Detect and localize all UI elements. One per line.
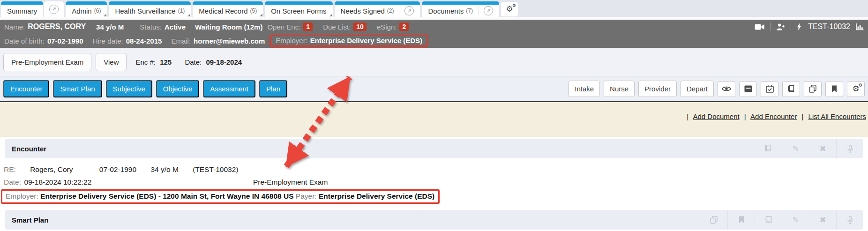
status-label: Status: — [140, 23, 162, 31]
encounter-info: Enc #: 125 Date: 09-18-2024 — [135, 58, 253, 66]
encounter-datetime: 09-18-2024 10:22:22 — [24, 178, 91, 186]
view-button[interactable]: View — [96, 53, 127, 71]
smart-plan-dictate-button[interactable] — [836, 210, 863, 230]
patient-status: Active — [165, 23, 186, 31]
encounter-book-button[interactable] — [755, 139, 782, 158]
video-camera-icon — [755, 24, 764, 30]
link-separator: | — [744, 112, 746, 120]
tab-admin-label: Admin — [72, 7, 92, 15]
tab-documents-label: Documents — [428, 7, 464, 15]
email-label: Email: — [171, 37, 191, 45]
visibility-button[interactable] — [718, 81, 735, 97]
bookmark-button[interactable] — [825, 81, 843, 97]
section-nav-row: Encounter Smart Plan Subjective Objectiv… — [0, 76, 868, 102]
hire-date-label: Hire date: — [93, 37, 123, 45]
enc-date-label: Date: — [185, 58, 202, 66]
patient-header: Name: ROGERS, CORY 34 y/o M Status: Acti… — [0, 20, 868, 48]
intake-button[interactable]: Intake — [569, 81, 600, 97]
nav-smart-plan-button[interactable]: Smart Plan — [53, 80, 102, 97]
tab-medical-record[interactable]: Medical Record (5) — [193, 1, 263, 17]
copy-button[interactable] — [804, 81, 822, 97]
dob-value: 07-02-1990 — [47, 37, 83, 45]
chart-book-button[interactable] — [782, 81, 800, 97]
archive-box-icon — [744, 85, 752, 92]
needs-signed-open-in-new-button[interactable]: ↗ — [399, 6, 414, 15]
email-value: horner@mieweb.com — [194, 37, 265, 45]
smart-plan-copy-button[interactable] — [700, 210, 727, 230]
archive-button[interactable] — [739, 81, 757, 97]
re-dob: 07-02-1990 — [99, 165, 136, 173]
esign-badge[interactable]: 2 — [399, 22, 409, 31]
settings-button[interactable]: ⚙⚙ — [847, 81, 865, 97]
nurse-button[interactable]: Nurse — [604, 81, 635, 97]
documents-open-in-new-button[interactable]: ↗ — [478, 6, 493, 15]
bookmark-icon — [739, 216, 744, 224]
due-list-badge[interactable]: 10 — [353, 22, 367, 31]
nav-plan-button[interactable]: Plan — [259, 80, 287, 97]
encounter-dictate-button[interactable] — [836, 139, 863, 158]
tab-admin[interactable]: Admin (6) — [66, 1, 107, 17]
smart-plan-bookmark-button[interactable] — [727, 210, 755, 230]
tab-settings-button[interactable]: ⚙⚙ — [501, 2, 518, 16]
nav-objective-button[interactable]: Objective — [156, 80, 200, 97]
add-encounter-link[interactable]: Add Encounter — [750, 112, 797, 120]
dob-label: Date of birth: — [4, 37, 45, 45]
nav-encounter-button[interactable]: Encounter — [3, 80, 49, 97]
tab-summary[interactable]: Summary — [1, 1, 43, 17]
lightning-icon — [797, 23, 801, 30]
smart-plan-header-icons: ✎ ✖ — [700, 210, 863, 230]
payer-label: Payer: — [296, 192, 317, 200]
tab-medical-record-count: (5) — [250, 7, 257, 14]
pencil-icon: ✎ — [792, 216, 799, 224]
provider-button[interactable]: Provider — [638, 81, 677, 97]
add-document-link[interactable]: Add Document — [693, 112, 739, 120]
nav-assessment-button[interactable]: Assessment — [203, 80, 255, 97]
tab-needs-signed[interactable]: Needs Signed (2) ↗ — [335, 1, 420, 17]
re-age-sex: 34 y/o M — [150, 165, 178, 173]
smart-plan-book-button[interactable] — [755, 210, 782, 230]
link-separator: | — [802, 112, 804, 120]
copy-pages-icon — [809, 85, 816, 93]
smart-plan-close-button[interactable]: ✖ — [809, 210, 836, 230]
patient-id: TEST-10032 — [808, 22, 850, 31]
tab-needs-signed-count: (2) — [387, 7, 394, 14]
encounter-close-button[interactable]: ✖ — [809, 139, 836, 158]
date-line: Date: 09-18-2024 10:22:22 Pre-Employment… — [4, 178, 868, 186]
flowsheet-button[interactable] — [856, 23, 864, 30]
add-person-button[interactable] — [776, 23, 785, 30]
video-visit-button[interactable] — [755, 24, 764, 30]
list-all-encounters-link[interactable]: List All Encounters — [808, 112, 866, 120]
quick-action-button[interactable] — [797, 23, 801, 30]
summary-open-in-new-button[interactable]: ↗ — [44, 1, 64, 17]
patient-age-sex: 34 y/o M — [96, 23, 124, 31]
exam-type-text: Pre-Employment Exam — [253, 178, 328, 186]
copy-pages-icon — [710, 216, 718, 224]
book-icon — [764, 145, 772, 152]
exam-type-button[interactable]: Pre-Employment Exam — [3, 53, 91, 71]
action-links: | Add Document | Add Encounter | List Al… — [0, 102, 868, 120]
tab-needs-signed-label: Needs Signed — [341, 7, 385, 15]
open-enc-badge[interactable]: 1 — [303, 22, 313, 31]
encounter-employer-value: Enterprise Delivery Service (EDS) - 1200… — [40, 192, 293, 200]
encounter-edit-button[interactable]: ✎ — [782, 139, 809, 158]
calendar-check-icon — [766, 85, 774, 93]
pencil-icon: ✎ — [792, 145, 799, 153]
smart-plan-edit-button[interactable]: ✎ — [782, 210, 809, 230]
tab-documents[interactable]: Documents (7) ↗ — [422, 1, 499, 17]
enc-number-value: 125 — [160, 58, 172, 66]
divider — [791, 22, 791, 31]
bar-chart-icon — [856, 23, 864, 30]
re-line: RE: Rogers, Cory 07-02-1990 34 y/o M (TE… — [4, 165, 868, 174]
schedule-button[interactable] — [761, 81, 778, 97]
open-in-new-icon: ↗ — [49, 5, 59, 14]
patient-header-actions: TEST-10032 — [755, 22, 864, 31]
depart-button[interactable]: Depart — [681, 81, 714, 97]
tab-on-screen-forms[interactable]: On Screen Forms — [265, 1, 332, 17]
chart-content: Encounter ✎ ✖ RE: Rogers, Cory 07-02-199… — [0, 139, 868, 230]
encounter-employer-label: Employer: — [6, 192, 38, 200]
tab-health-surveillance-count: (1) — [178, 7, 185, 14]
tab-documents-count: (7) — [466, 7, 473, 14]
nav-subjective-button[interactable]: Subjective — [106, 80, 152, 97]
tab-health-surveillance[interactable]: Health Surveillance (1) — [109, 1, 191, 17]
tab-medical-record-label: Medical Record — [199, 7, 247, 15]
